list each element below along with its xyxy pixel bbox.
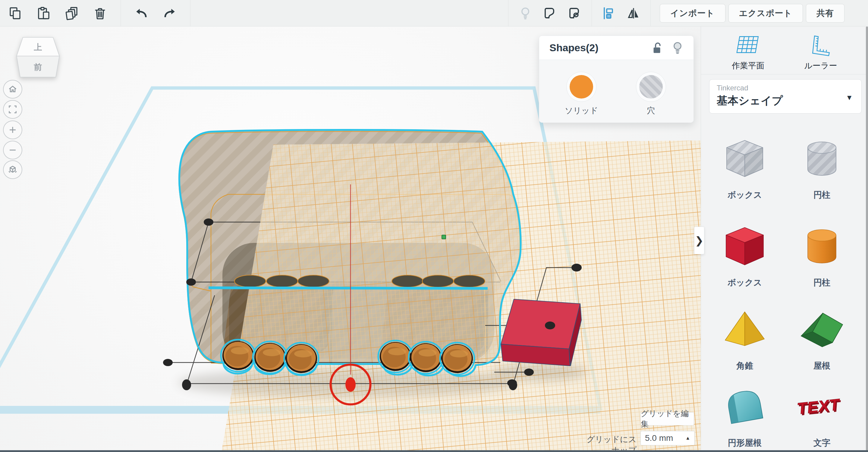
fit-view-button[interactable] <box>3 100 22 119</box>
lightbulb-icon[interactable] <box>518 5 533 21</box>
box-hole-icon <box>718 135 771 180</box>
workplane-tool[interactable]: 作業平面 <box>718 33 778 71</box>
shape-tile-cylinder-orange[interactable]: 円柱 <box>789 223 855 288</box>
undo-icon[interactable] <box>133 5 149 21</box>
shapes-inspector-panel: Shapes(2) ソリッド 穴 <box>539 36 694 123</box>
sidebar-divider <box>701 74 868 74</box>
zoom-out-button[interactable] <box>3 141 22 159</box>
redo-icon[interactable] <box>162 5 178 21</box>
shape-library-sidebar: 作業平面 ルーラー Tinkercad 基本シェイプ ▼ ボックス <box>701 27 868 452</box>
shape-label: 円柱 <box>789 277 855 288</box>
chevron-right-icon: ❯ <box>695 234 704 247</box>
library-name: 基本シェイプ <box>717 93 854 108</box>
import-button[interactable]: インポート <box>660 4 725 23</box>
delete-icon[interactable] <box>92 5 108 21</box>
sidebar-collapse-tab[interactable]: ❯ <box>694 227 704 254</box>
toolbar-left-group <box>0 0 190 27</box>
toolbar-separator <box>121 0 121 27</box>
unlock-icon[interactable] <box>651 41 663 55</box>
snap-grid-label: グリッドにスナップ <box>582 434 637 452</box>
orange-cylinder[interactable] <box>221 340 255 372</box>
toolbar-separator <box>190 0 190 27</box>
workplane-tool-label: 作業平面 <box>718 60 778 71</box>
toolbar-separator <box>650 0 651 27</box>
tray-edge-highlight <box>209 288 488 288</box>
toolbar-separator <box>592 0 592 27</box>
roof-green-icon <box>795 306 848 351</box>
hole-option-label: 穴 <box>627 105 675 116</box>
dropdown-caret-icon: ▼ <box>846 93 853 102</box>
view-cube[interactable]: 上 前 <box>15 36 61 81</box>
shape-label: 円柱 <box>789 189 855 201</box>
edit-grid-button[interactable]: グリッドを編集 <box>641 412 694 425</box>
box-red-icon <box>718 223 771 268</box>
shape-label: ボックス <box>712 189 778 201</box>
shape-label: 円形屋根 <box>712 437 778 449</box>
view-cube-top-label[interactable]: 上 <box>34 43 42 52</box>
window-bottom-edge <box>0 450 868 452</box>
sidebar-scrollbar[interactable] <box>866 27 868 452</box>
orange-cylinder[interactable] <box>440 343 474 375</box>
shape-tile-box-red[interactable]: ボックス <box>712 223 778 288</box>
top-toolbar: インポート エクスポート 共有 <box>0 0 868 27</box>
snap-grid-select[interactable]: 5.0 mm ▲ <box>641 431 695 445</box>
pyramid-yellow-icon <box>718 306 771 351</box>
toolbar-separator <box>508 0 508 27</box>
shapes-panel-header: Shapes(2) <box>539 36 693 60</box>
hole-option[interactable] <box>636 72 666 102</box>
shape-label: 屋根 <box>789 360 855 372</box>
cylinder-orange-icon <box>795 223 848 268</box>
ruler-tool[interactable]: ルーラー <box>790 33 851 71</box>
orange-cylinder[interactable] <box>378 341 412 373</box>
viewport-3d[interactable]: 上 前 Shapes(2) <box>0 27 701 452</box>
shape-label: 文字 <box>789 437 855 449</box>
library-brand: Tinkercad <box>717 84 854 92</box>
copy-icon[interactable] <box>7 5 23 21</box>
shapes-panel-title: Shapes(2) <box>550 42 651 54</box>
toolbar-buttons: インポート エクスポート 共有 <box>660 4 844 23</box>
align-tool-icon[interactable] <box>601 5 617 21</box>
snap-caret-icon: ▲ <box>685 435 690 441</box>
shape-tile-box-hole[interactable]: ボックス <box>712 135 778 201</box>
workplane-grid[interactable] <box>221 140 701 452</box>
shapes-panel-body: ソリッド 穴 <box>539 60 693 123</box>
share-button[interactable]: 共有 <box>806 4 844 23</box>
shape-library-dropdown[interactable]: Tinkercad 基本シェイプ ▼ <box>709 79 862 114</box>
text-red-icon: TEXT TEXT <box>795 383 848 428</box>
duplicate-icon[interactable] <box>64 5 80 21</box>
toolbar-right-group: インポート エクスポート 共有 <box>508 0 844 27</box>
shape-tile-roof[interactable]: 屋根 <box>789 306 855 372</box>
snap-grid-value: 5.0 mm <box>645 433 673 443</box>
orange-cylinder[interactable] <box>253 342 287 373</box>
shape-tile-round-roof[interactable]: 円形屋根 <box>712 383 778 449</box>
cylinder-hole-icon <box>795 135 848 180</box>
tinkercad-editor: インポート エクスポート 共有 <box>0 0 868 452</box>
shape-tile-cylinder-hole[interactable]: 円柱 <box>789 135 855 201</box>
solid-tool-icon[interactable] <box>542 5 558 21</box>
snap-indicator-dot <box>442 235 446 239</box>
perspective-toggle-button[interactable] <box>3 160 22 179</box>
solid-option-label: ソリッド <box>557 105 606 116</box>
mirror-tool-icon[interactable] <box>626 5 641 21</box>
paste-icon[interactable] <box>36 5 51 21</box>
hole-tool-icon[interactable] <box>567 5 583 21</box>
export-button[interactable]: エクスポート <box>728 4 803 23</box>
shape-tile-pyramid[interactable]: 角錐 <box>712 306 778 372</box>
shape-label: ボックス <box>712 277 778 288</box>
zoom-in-button[interactable] <box>3 121 22 139</box>
orange-cylinder[interactable] <box>409 342 443 374</box>
home-view-button[interactable] <box>3 80 22 99</box>
hole-swatch <box>639 75 663 99</box>
orange-cylinder[interactable] <box>284 343 318 375</box>
hide-lightbulb-icon[interactable] <box>672 41 683 55</box>
view-cube-front-label[interactable]: 前 <box>34 63 42 72</box>
shape-tile-text[interactable]: TEXT TEXT 文字 <box>789 383 855 449</box>
solid-option[interactable] <box>566 72 596 102</box>
shape-label: 角錐 <box>712 360 778 372</box>
red-box[interactable] <box>501 299 581 366</box>
ruler-tool-label: ルーラー <box>790 60 851 71</box>
round-roof-cyan-icon <box>718 383 771 428</box>
solid-swatch <box>569 75 593 99</box>
